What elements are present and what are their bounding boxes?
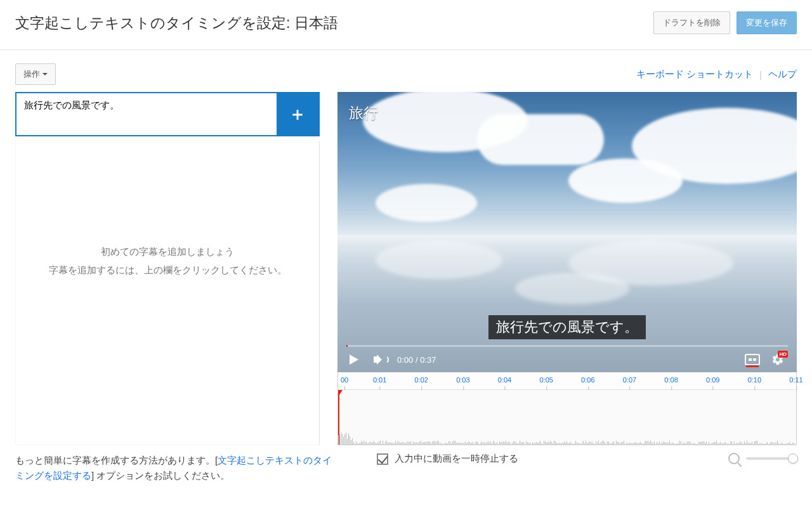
subtitles-button[interactable] bbox=[745, 354, 760, 365]
timeline-tick: 0:07 bbox=[623, 376, 636, 384]
timeline-tick: 0:10 bbox=[748, 376, 761, 384]
help-links: キーボード ショートカット | ヘルプ bbox=[337, 63, 797, 86]
delete-draft-button[interactable]: ドラフトを削除 bbox=[653, 11, 730, 34]
waveform-bars bbox=[338, 431, 796, 445]
zoom-slider[interactable] bbox=[746, 457, 797, 460]
caption-input-row: ＋ bbox=[15, 92, 320, 136]
waveform-area[interactable] bbox=[338, 390, 796, 445]
time-total: 0:37 bbox=[420, 355, 436, 365]
volume-button[interactable] bbox=[372, 352, 387, 367]
empty-message-line1: 初めての字幕を追加しましょう bbox=[101, 243, 234, 261]
caption-text-input[interactable] bbox=[16, 93, 277, 135]
timeline-tick: 0:08 bbox=[664, 376, 678, 384]
footer-zoom-controls bbox=[728, 453, 797, 464]
plus-icon: ＋ bbox=[289, 102, 306, 126]
timeline-tick: 00 bbox=[341, 376, 348, 384]
chevron-down-icon bbox=[43, 73, 48, 75]
left-pane: 操作 ＋ 初めての字幕を追加しましょう 字幕を追加するには、上の欄をクリックして… bbox=[15, 63, 320, 445]
footer-tip: もっと簡単に字幕を作成する方法があります。[文字起こしテキストのタイミングを設定… bbox=[15, 453, 332, 483]
left-top-row: 操作 bbox=[15, 63, 320, 86]
volume-icon bbox=[374, 354, 385, 365]
help-link[interactable]: ヘルプ bbox=[768, 68, 797, 81]
timeline-tick: 0:11 bbox=[789, 376, 802, 384]
link-separator: | bbox=[759, 69, 762, 80]
tip-prefix: もっと簡単に字幕を作成する方法があります。[ bbox=[15, 455, 218, 465]
player-controls: 0:00 / 0:37 HD bbox=[337, 347, 797, 372]
save-changes-button[interactable]: 変更を保存 bbox=[737, 11, 797, 34]
settings-button[interactable]: HD bbox=[771, 353, 784, 366]
time-current: 0:00 bbox=[397, 355, 413, 365]
page-header: 文字起こしテキストのタイミングを設定: 日本語 ドラフトを削除 変更を保存 bbox=[0, 0, 812, 50]
actions-label: 操作 bbox=[23, 68, 40, 80]
timeline-tick: 0:03 bbox=[456, 376, 469, 384]
add-caption-button[interactable]: ＋ bbox=[277, 93, 318, 135]
page-title: 文字起こしテキストのタイミングを設定: 日本語 bbox=[15, 13, 338, 33]
video-title-overlay: 旅行 bbox=[349, 103, 378, 123]
timeline-tick: 0:06 bbox=[581, 376, 594, 384]
timeline-tick: 0:05 bbox=[539, 376, 553, 384]
keyboard-shortcuts-link[interactable]: キーボード ショートカット bbox=[636, 68, 753, 81]
zoom-icon[interactable] bbox=[728, 453, 740, 464]
actions-dropdown-button[interactable]: 操作 bbox=[15, 63, 56, 85]
timeline[interactable]: 000:010:020:030:040:050:060:070:080:090:… bbox=[337, 372, 797, 445]
pause-while-typing-label: 入力中に動画を一時停止する bbox=[395, 453, 518, 465]
video-scenery bbox=[337, 95, 797, 222]
play-button[interactable] bbox=[346, 352, 362, 367]
right-pane: キーボード ショートカット | ヘルプ 旅行 旅行先での風景です。 bbox=[337, 63, 797, 445]
hd-badge: HD bbox=[778, 351, 788, 358]
timeline-tick: 0:09 bbox=[706, 376, 719, 384]
header-actions: ドラフトを削除 変更を保存 bbox=[653, 11, 797, 34]
footer: もっと簡単に字幕を作成する方法があります。[文字起こしテキストのタイミングを設定… bbox=[0, 445, 812, 483]
video-time-display: 0:00 / 0:37 bbox=[397, 355, 436, 365]
empty-message-line2: 字幕を追加するには、上の欄をクリックしてください。 bbox=[49, 261, 287, 280]
timeline-tick: 0:02 bbox=[415, 376, 428, 384]
video-player[interactable]: 旅行 旅行先での風景です。 0:00 / 0:37 HD bbox=[337, 92, 797, 372]
pause-while-typing-checkbox[interactable] bbox=[377, 453, 388, 465]
main-area: 操作 ＋ 初めての字幕を追加しましょう 字幕を追加するには、上の欄をクリックして… bbox=[0, 50, 812, 445]
footer-center: 入力中に動画を一時停止する bbox=[358, 453, 703, 465]
play-icon bbox=[350, 355, 358, 365]
caption-list-empty: 初めての字幕を追加しましょう 字幕を追加するには、上の欄をクリックしてください。 bbox=[15, 141, 320, 445]
time-ruler[interactable]: 000:010:020:030:040:050:060:070:080:090:… bbox=[338, 372, 796, 390]
tip-suffix: ] オプションをお試しください。 bbox=[91, 470, 230, 481]
timeline-tick: 0:04 bbox=[498, 376, 511, 384]
timeline-tick: 0:01 bbox=[373, 376, 386, 384]
video-caption-overlay: 旅行先での風景です。 bbox=[488, 315, 646, 339]
zoom-slider-thumb[interactable] bbox=[788, 453, 798, 464]
